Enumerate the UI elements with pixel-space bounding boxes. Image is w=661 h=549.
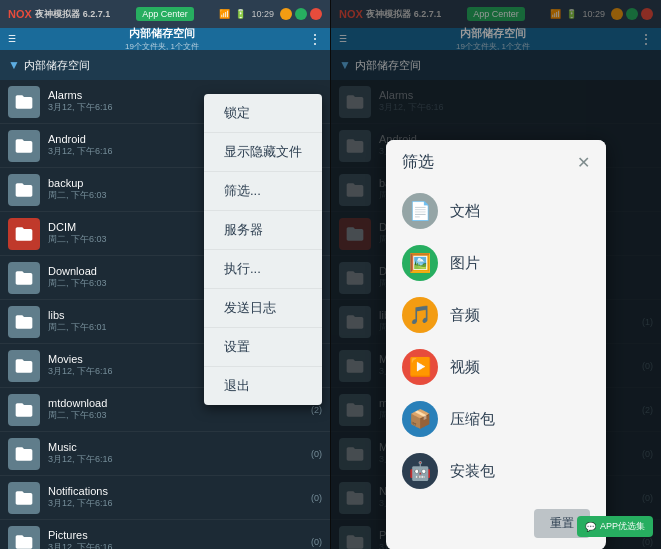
file-date: 3月12, 下午6:16 — [48, 541, 311, 549]
filter-option-label: 图片 — [450, 254, 480, 273]
right-panel: NOX 夜神模拟器 6.2.7.1 App Center 📶 🔋 10:29 ☰… — [331, 0, 661, 549]
filter-close-btn[interactable]: ✕ — [577, 153, 590, 172]
left-panel: NOX 夜神模拟器 6.2.7.1 App Center 📶 🔋 10:29 ☰… — [0, 0, 330, 549]
filter-option[interactable]: ▶️视频 — [386, 341, 606, 393]
filter-header: 筛选 ✕ — [386, 140, 606, 181]
breadcrumb-left: ▼ 内部储存空间 — [0, 50, 330, 80]
file-name: Pictures — [48, 529, 311, 541]
filter-option-icon: 🤖 — [402, 453, 438, 489]
app-version-left: 6.2.7.1 — [83, 9, 111, 19]
file-count: (0) — [311, 493, 322, 503]
list-item[interactable]: Pictures3月12, 下午6:16(0) — [0, 520, 330, 549]
folder-icon — [8, 438, 40, 470]
wifi-icon: 📶 — [219, 9, 230, 19]
file-count: (0) — [311, 537, 322, 547]
filter-footer: 重置 — [386, 501, 606, 549]
file-info: Notifications3月12, 下午6:16 — [48, 485, 311, 510]
watermark-text: APP优选集 — [600, 520, 645, 533]
folder-icon — [8, 86, 40, 118]
top-bar-left: NOX 夜神模拟器 6.2.7.1 App Center 📶 🔋 10:29 — [0, 0, 330, 28]
window-controls-left — [280, 8, 322, 20]
folder-icon — [8, 262, 40, 294]
file-info: Music3月12, 下午6:16 — [48, 441, 311, 466]
top-bar-center-left: App Center — [116, 7, 213, 21]
storage-title-left: 内部储存空间 19个文件夹, 1个文件 — [16, 26, 308, 52]
file-info: Pictures3月12, 下午6:16 — [48, 529, 311, 549]
dropdown-item[interactable]: 发送日志 — [204, 289, 322, 328]
dropdown-item[interactable]: 退出 — [204, 367, 322, 405]
filter-option-icon: 📦 — [402, 401, 438, 437]
file-count: (0) — [311, 449, 322, 459]
top-bar-right-left: 📶 🔋 10:29 — [219, 9, 274, 19]
list-item[interactable]: Music3月12, 下午6:16(0) — [0, 432, 330, 476]
dropdown-menu: 锁定显示隐藏文件筛选...服务器执行...发送日志设置退出 — [204, 94, 322, 405]
more-icon-left[interactable]: ⋮ — [308, 31, 322, 47]
filter-option[interactable]: 🤖安装包 — [386, 445, 606, 497]
filter-option-label: 视频 — [450, 358, 480, 377]
android-status-left: ☰ 内部储存空间 19个文件夹, 1个文件 ⋮ — [0, 28, 330, 50]
dropdown-item[interactable]: 锁定 — [204, 94, 322, 133]
status-left-left: ☰ — [8, 34, 16, 44]
list-item[interactable]: Notifications3月12, 下午6:16(0) — [0, 476, 330, 520]
filter-items: 📄文档🖼️图片🎵音频▶️视频📦压缩包🤖安装包 — [386, 181, 606, 501]
filter-option-icon: 🖼️ — [402, 245, 438, 281]
filter-option-label: 音频 — [450, 306, 480, 325]
filter-option-label: 安装包 — [450, 462, 495, 481]
file-name: Music — [48, 441, 311, 453]
folder-icon — [8, 174, 40, 206]
battery-icon: 🔋 — [235, 9, 246, 19]
minimize-btn-left[interactable] — [280, 8, 292, 20]
filter-title: 筛选 — [402, 152, 434, 173]
filter-option-icon: 📄 — [402, 193, 438, 229]
filter-option[interactable]: 📄文档 — [386, 185, 606, 237]
filter-option-icon: ▶️ — [402, 349, 438, 385]
file-date: 3月12, 下午6:16 — [48, 453, 311, 466]
app-logo-left: NOX 夜神模拟器 6.2.7.1 — [8, 8, 110, 21]
dropdown-item[interactable]: 筛选... — [204, 172, 322, 211]
file-date: 3月12, 下午6:16 — [48, 497, 311, 510]
breadcrumb-text-left[interactable]: 内部储存空间 — [24, 58, 90, 73]
file-count: (2) — [311, 405, 322, 415]
filter-option[interactable]: 🎵音频 — [386, 289, 606, 341]
filter-option-icon: 🎵 — [402, 297, 438, 333]
file-name: Notifications — [48, 485, 311, 497]
app-center-btn-left[interactable]: App Center — [136, 7, 194, 21]
filter-option-label: 文档 — [450, 202, 480, 221]
filter-option[interactable]: 📦压缩包 — [386, 393, 606, 445]
folder-icon — [8, 218, 40, 250]
folder-icon — [8, 526, 40, 550]
folder-icon — [8, 130, 40, 162]
folder-icon — [8, 482, 40, 514]
folder-icon — [8, 306, 40, 338]
breadcrumb-arrow-left: ▼ — [8, 58, 20, 72]
time-left: 10:29 — [251, 9, 274, 19]
status-right-left: ⋮ — [308, 31, 322, 47]
watermark-icon: 💬 — [585, 522, 596, 532]
filter-dialog: 筛选 ✕ 📄文档🖼️图片🎵音频▶️视频📦压缩包🤖安装包 重置 — [386, 140, 606, 549]
filter-option[interactable]: 🖼️图片 — [386, 237, 606, 289]
watermark: 💬 APP优选集 — [577, 516, 653, 537]
hamburger-icon[interactable]: ☰ — [8, 34, 16, 44]
app-name-left: 夜神模拟器 — [35, 8, 80, 21]
dropdown-item[interactable]: 设置 — [204, 328, 322, 367]
close-btn-left[interactable] — [310, 8, 322, 20]
folder-icon — [8, 350, 40, 382]
filter-option-label: 压缩包 — [450, 410, 495, 429]
folder-icon — [8, 394, 40, 426]
dropdown-item[interactable]: 显示隐藏文件 — [204, 133, 322, 172]
maximize-btn-left[interactable] — [295, 8, 307, 20]
dropdown-item[interactable]: 服务器 — [204, 211, 322, 250]
file-date: 周二, 下午6:03 — [48, 409, 311, 422]
dropdown-item[interactable]: 执行... — [204, 250, 322, 289]
